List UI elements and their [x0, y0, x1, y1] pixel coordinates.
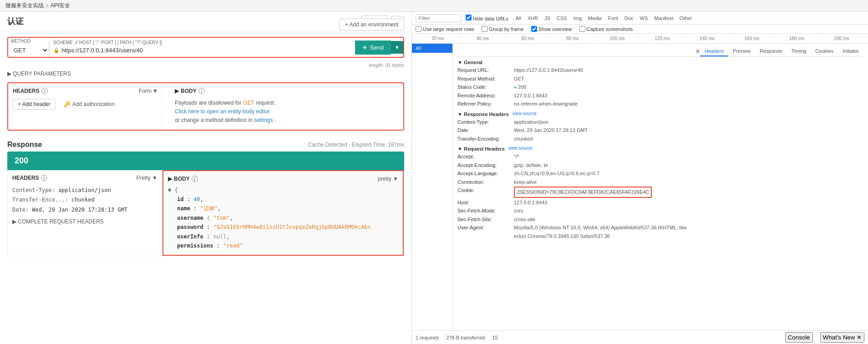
tab-css[interactable]: CSS — [554, 15, 570, 22]
resp-headers-content: Content-Type: application/json Transfer-… — [12, 186, 157, 215]
tab-all[interactable]: All — [513, 15, 524, 22]
group-by-frame-option[interactable]: Group by frame — [482, 26, 523, 32]
show-overview-checkbox[interactable] — [531, 26, 537, 32]
api-title: 认证 — [7, 16, 24, 27]
close-detail-button[interactable]: ✕ — [695, 46, 700, 56]
body-section-header: ▶ BODY i — [175, 88, 399, 94]
method-label: METHOD — [8, 38, 49, 44]
request-headers-items: Accept: */* Accept-Encoding: gzip, defla… — [457, 153, 863, 240]
detail-tab-preview[interactable]: Preview — [728, 46, 755, 56]
tab-xhr[interactable]: XHR — [525, 15, 541, 22]
form-dropdown-button[interactable]: Form ▼ — [139, 88, 158, 94]
tick-20ms: 20 ms — [416, 35, 461, 42]
capture-screenshots-checkbox[interactable] — [579, 26, 585, 32]
response-headers-items: Content-Type: application/json Date: Wed… — [457, 118, 863, 143]
resp-headers-label: HEADERS i — [12, 175, 47, 181]
request-headers-title-row: ▼ Request Headers view source — [457, 143, 863, 153]
method-select[interactable]: GET POST PUT DELETE — [8, 44, 49, 57]
detail-tab-timing[interactable]: Timing — [787, 46, 811, 56]
headers-detail: ✕ Headers Preview Response Timing Cookie… — [453, 44, 868, 330]
bottom-extra: 15 — [492, 335, 497, 340]
hide-data-urls-checkbox[interactable] — [466, 15, 472, 20]
use-large-rows-checkbox[interactable] — [416, 26, 421, 32]
tick-100ms: 100 ms — [595, 35, 640, 42]
detail-tab-cookies[interactable]: Cookies — [811, 46, 838, 56]
pretty-dropdown-button[interactable]: Pretty ▼ — [136, 175, 157, 181]
entity-body-link[interactable]: Click here to open an entity-body editor — [175, 108, 270, 115]
request-row: METHOD GET POST PUT DELETE SCHEME :// HO… — [7, 37, 404, 58]
capture-screenshots-label: Capture screenshots — [587, 26, 633, 32]
resp-body-info-icon: i — [192, 176, 198, 182]
tab-other[interactable]: Other — [677, 15, 695, 22]
response-panels: HEADERS i Pretty ▼ Content-Type: applica… — [7, 170, 404, 257]
network-list: 40 — [412, 44, 453, 330]
breadcrumb-sep: > — [46, 3, 49, 9]
show-overview-option[interactable]: Show overview — [531, 26, 572, 32]
filter-tabs: All XHR JS CSS Img Media Font Doc WS Man… — [513, 15, 695, 22]
query-params-toggle[interactable]: ▶ QUERY PARAMETERS — [0, 69, 411, 79]
detail-tab-response[interactable]: Response — [755, 46, 787, 56]
tab-ws[interactable]: WS — [637, 15, 651, 22]
cookie-value: JSESSIONID=79C8ECFDC0AF3EFD82CAE65FAF226… — [514, 187, 652, 198]
group-by-frame-checkbox[interactable] — [482, 26, 487, 32]
console-tab-button[interactable]: Console — [785, 332, 813, 343]
kv-cookie: Cookie: JSESSIONID=79C8ECFDC0AF3EFD82CAE… — [457, 187, 863, 198]
tab-font[interactable]: Font — [605, 15, 621, 22]
resp-body-content: ▼ { id : 40, name : "迈姆", username : "to… — [168, 186, 398, 251]
devtools-panel: Hide data URLs All XHR JS CSS Img Media … — [412, 12, 868, 344]
send-icon: ✈ — [362, 44, 367, 51]
bottom-requests: 1 requests — [416, 335, 439, 340]
hide-data-urls-button[interactable]: Hide data URLs — [464, 14, 510, 22]
headers-info-icon: i — [41, 88, 48, 94]
tab-manifest[interactable]: Manifest — [651, 15, 676, 22]
tick-160ms: 160 ms — [730, 35, 775, 42]
complete-req-toggle[interactable]: ▶ COMPLETE REQUEST HEADERS — [12, 218, 157, 225]
detail-tab-initiator[interactable]: Initiator — [838, 46, 863, 56]
cache-info: Cache Detected · Elapsed Time: 187ms — [308, 142, 404, 148]
tab-img[interactable]: Img — [571, 15, 584, 22]
kv-request-url: Request URL: https://127.0.0.1:8443/user… — [457, 66, 863, 74]
tab-media[interactable]: Media — [585, 15, 604, 22]
add-environment-button[interactable]: + Add an environment — [339, 19, 404, 30]
headers-body-row: HEADERS i Form ▼ + Add header 🔑 Add auth… — [7, 82, 404, 131]
view-source2-link[interactable]: view source — [508, 146, 533, 151]
request-headers-section-title: ▼ Request Headers — [457, 146, 505, 152]
whats-new-tab-button[interactable]: What's New ✕ — [820, 332, 864, 343]
use-large-rows-option[interactable]: Use large request rows — [416, 26, 474, 32]
tick-80ms: 80 ms — [550, 35, 595, 42]
general-items: Request URL: https://127.0.0.1:8443/user… — [457, 66, 863, 108]
devtools-filter-input[interactable] — [416, 14, 461, 22]
body-info-icon: i — [198, 88, 205, 94]
kv-status-code: Status Code: ● 200 — [457, 83, 863, 91]
kv-connection: Connection: keep-alive — [457, 178, 863, 186]
tab-doc[interactable]: Doc — [622, 15, 636, 22]
body-label: ▶ BODY i — [175, 88, 205, 94]
send-button[interactable]: ✈ Send — [355, 40, 391, 55]
resp-pretty-dropdown[interactable]: pretty ▼ — [378, 176, 398, 182]
response-title: Response — [7, 141, 42, 149]
capture-screenshots-option[interactable]: Capture screenshots — [579, 26, 633, 32]
detail-tab-headers[interactable]: Headers — [700, 46, 728, 56]
response-header-row: Response Cache Detected · Elapsed Time: … — [7, 138, 404, 152]
tab-js[interactable]: JS — [542, 15, 553, 22]
kv-user-agent: User-Agent: Mozilla/5.0 (Windows NT 10.0… — [457, 224, 863, 232]
headers-section-header: HEADERS i Form ▼ — [13, 88, 158, 94]
settings-link[interactable]: settings — [254, 117, 273, 123]
tick-180ms: 180 ms — [775, 35, 820, 42]
devtools-filter-bar: Hide data URLs All XHR JS CSS Img Media … — [412, 12, 868, 25]
headers-buttons: + Add header 🔑 Add authorization — [13, 99, 158, 110]
kv-request-method: Request Method: GET — [457, 75, 863, 83]
kv-sec-fetch-mode: Sec-Fetch-Mode: cors — [457, 207, 863, 215]
kv-accept-language: Accept-Language: zh-CN,zh;q=0.9,en-US;q=… — [457, 170, 863, 177]
url-input[interactable] — [61, 47, 351, 54]
view-source-link[interactable]: view source — [513, 111, 537, 116]
network-item-40[interactable]: 40 — [412, 44, 452, 53]
tick-200ms: 200 ms — [819, 35, 864, 42]
general-section-title: ▼ General — [457, 60, 863, 65]
add-auth-button[interactable]: 🔑 Add authorization — [59, 99, 119, 109]
response-headers-title-row: ▼ Response Headers view source — [457, 109, 863, 118]
add-header-button[interactable]: + Add header — [13, 99, 56, 110]
kv-user-agent-cont: ecko) Chrome/79.0.3945.130 Safari/537.36 — [457, 233, 863, 240]
send-dropdown-button[interactable]: ▼ — [391, 41, 403, 54]
headers-section: HEADERS i Form ▼ + Add header 🔑 Add auth… — [8, 83, 163, 130]
